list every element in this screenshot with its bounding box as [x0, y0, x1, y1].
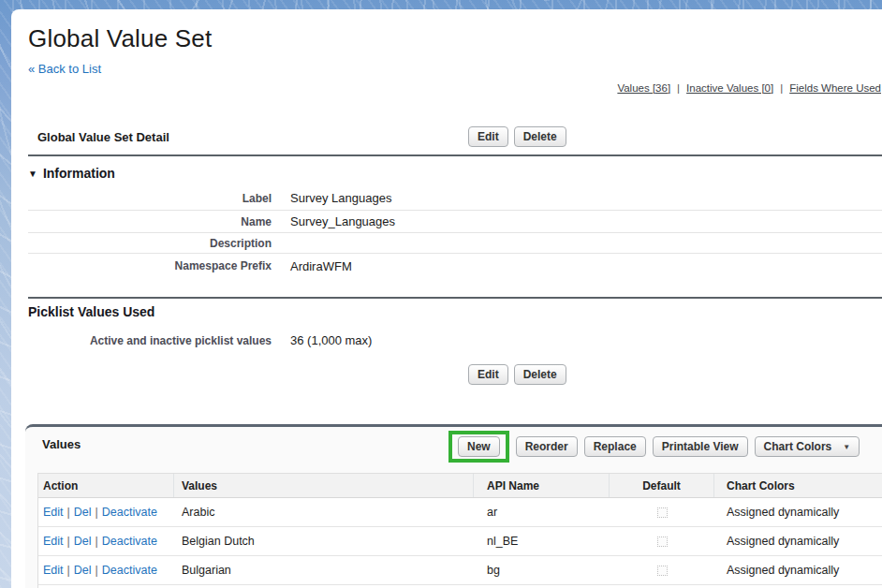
- column-header-action: Action: [38, 474, 174, 497]
- field-row-description: Description: [28, 233, 882, 254]
- default-cell: [610, 498, 714, 526]
- action-separator: |: [96, 564, 98, 577]
- default-cell: [610, 527, 714, 555]
- value-name-cell: Belgian Dutch: [174, 527, 474, 555]
- information-section-header[interactable]: ▼Information: [28, 166, 115, 181]
- field-value: ArdiraWFM: [272, 254, 352, 279]
- row-actions: Edit|Del|Deactivate: [38, 556, 174, 584]
- column-header-values: Values: [174, 474, 474, 497]
- replace-button[interactable]: Replace: [584, 436, 646, 457]
- values-section: Values New Reorder Replace Printable Vie…: [25, 424, 882, 588]
- field-value: [272, 233, 290, 254]
- chart-colors-button-label: Chart Colors: [764, 440, 832, 453]
- field-label: Label: [28, 186, 272, 211]
- dropdown-arrow-icon: ▼: [843, 443, 850, 451]
- values-button-row: New Reorder Replace Printable View Chart…: [448, 431, 860, 463]
- information-section-title: Information: [43, 166, 115, 181]
- information-fields: Label Survey Languages Name Survey_Langu…: [28, 186, 882, 279]
- value-name-cell: Arabic: [174, 498, 474, 526]
- nav-link-inactive-values[interactable]: Inactive Values [0]: [686, 82, 773, 94]
- field-row-name: Name Survey_Languages: [28, 211, 882, 233]
- section-divider: [28, 297, 882, 299]
- chart-colors-dropdown-button[interactable]: Chart Colors▼: [755, 436, 860, 457]
- table-row: Edit|Del|Deactivate Bulgarian bg Assigne…: [38, 556, 882, 585]
- values-section-title: Values: [42, 437, 81, 451]
- row-deactivate-link[interactable]: Deactivate: [102, 506, 157, 519]
- field-value: Survey Languages: [272, 186, 391, 211]
- row-actions: Edit|Del|Deactivate: [38, 498, 174, 526]
- row-actions: Edit|Del|Deactivate: [38, 527, 174, 555]
- printable-view-button[interactable]: Printable View: [653, 436, 748, 457]
- new-button[interactable]: New: [458, 436, 500, 457]
- action-separator: |: [67, 535, 70, 548]
- reorder-button[interactable]: Reorder: [516, 436, 578, 457]
- action-separator: |: [67, 564, 70, 577]
- field-value: Survey_Languages: [272, 211, 395, 233]
- delete-button[interactable]: Delete: [514, 126, 566, 147]
- delete-button[interactable]: Delete: [514, 364, 566, 385]
- api-name-cell: nl_BE: [474, 527, 610, 555]
- related-lists-nav: Values [36]|Inactive Values [0]|Fields W…: [617, 82, 881, 94]
- row-edit-link[interactable]: Edit: [43, 535, 64, 548]
- value-name-cell: Bulgarian: [174, 556, 474, 584]
- field-value: 36 (1,000 max): [272, 330, 372, 352]
- salesforce-setup-page: { "page": { "title": "Global Value Set",…: [0, 0, 882, 588]
- row-deactivate-link[interactable]: Deactivate: [102, 564, 157, 577]
- default-checkbox: [657, 507, 668, 518]
- nav-link-values[interactable]: Values [36]: [617, 82, 670, 94]
- nav-link-fields-where-used[interactable]: Fields Where Used: [789, 82, 881, 94]
- detail-section-title: Global Value Set Detail: [37, 130, 169, 144]
- default-cell: [610, 556, 714, 584]
- edit-button[interactable]: Edit: [468, 364, 508, 385]
- action-separator: |: [96, 506, 98, 519]
- field-label: Active and inactive picklist values: [28, 330, 272, 352]
- picklist-values-used-row: Active and inactive picklist values 36 (…: [28, 330, 372, 352]
- edit-button[interactable]: Edit: [468, 126, 508, 147]
- column-header-chart-colors: Chart Colors: [714, 474, 882, 497]
- action-separator: |: [96, 535, 98, 548]
- api-name-cell: bg: [474, 556, 610, 584]
- page-title: Global Value Set: [28, 24, 212, 53]
- default-checkbox: [657, 566, 668, 576]
- field-row-label: Label Survey Languages: [28, 186, 882, 211]
- values-table-header: Action Values API Name Default Chart Col…: [38, 474, 882, 498]
- default-checkbox: [657, 537, 668, 547]
- table-row: Edit|Del|Deactivate Arabic ar Assigned d…: [38, 498, 882, 527]
- chart-colors-cell: Assigned dynamically: [714, 498, 882, 526]
- table-row: Edit|Del|Deactivate Belgian Dutch nl_BE …: [38, 527, 882, 556]
- back-to-list-link[interactable]: « Back to List: [28, 62, 101, 76]
- row-edit-link[interactable]: Edit: [43, 506, 64, 519]
- row-del-link[interactable]: Del: [74, 506, 92, 519]
- nav-separator: |: [780, 82, 783, 94]
- api-name-cell: ar: [474, 498, 610, 526]
- row-del-link[interactable]: Del: [74, 564, 92, 577]
- field-label: Description: [28, 233, 272, 254]
- chart-colors-cell: Assigned dynamically: [714, 556, 882, 584]
- chart-colors-cell: Assigned dynamically: [714, 527, 882, 555]
- detail-button-row: Edit Delete: [468, 126, 566, 147]
- section-divider: [28, 154, 882, 156]
- row-edit-link[interactable]: Edit: [43, 564, 64, 577]
- column-header-default: Default: [610, 474, 714, 497]
- field-label: Name: [28, 211, 272, 233]
- lower-button-row: Edit Delete: [468, 364, 566, 385]
- nav-separator: |: [677, 82, 680, 94]
- column-header-api-name: API Name: [474, 474, 610, 497]
- picklist-values-used-title: Picklist Values Used: [28, 304, 154, 319]
- action-separator: |: [67, 506, 70, 519]
- content-panel: Global Value Set « Back to List Values […: [11, 9, 882, 588]
- values-table: Action Values API Name Default Chart Col…: [37, 473, 882, 588]
- row-del-link[interactable]: Del: [74, 535, 92, 548]
- row-deactivate-link[interactable]: Deactivate: [102, 535, 157, 548]
- detail-header-row: Global Value Set Detail Edit Delete: [11, 125, 882, 150]
- field-label: Namespace Prefix: [28, 254, 272, 279]
- field-row-namespace-prefix: Namespace Prefix ArdiraWFM: [28, 254, 882, 279]
- annotation-highlight-box: New: [448, 431, 509, 463]
- collapse-triangle-icon[interactable]: ▼: [28, 169, 37, 179]
